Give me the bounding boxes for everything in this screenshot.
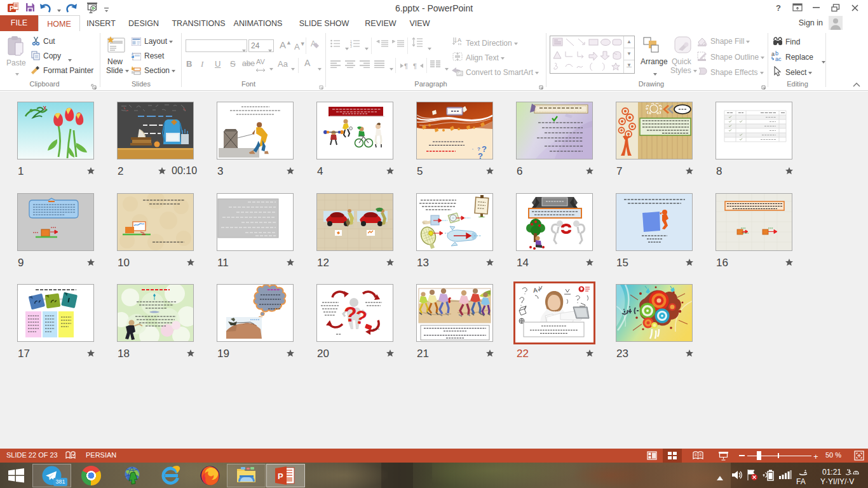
svg-text:A: A bbox=[458, 37, 461, 43]
svg-text:A+: A+ bbox=[532, 286, 541, 294]
svg-text:3: 3 bbox=[350, 44, 352, 48]
svg-text:?: ? bbox=[478, 151, 483, 159]
svg-text:?: ? bbox=[776, 3, 781, 12]
svg-text:ac: ac bbox=[775, 56, 782, 62]
svg-text:a: a bbox=[771, 51, 775, 57]
svg-text:¶: ¶ bbox=[413, 62, 417, 69]
svg-text:¶: ¶ bbox=[404, 62, 408, 69]
svg-text:P: P bbox=[278, 471, 283, 481]
